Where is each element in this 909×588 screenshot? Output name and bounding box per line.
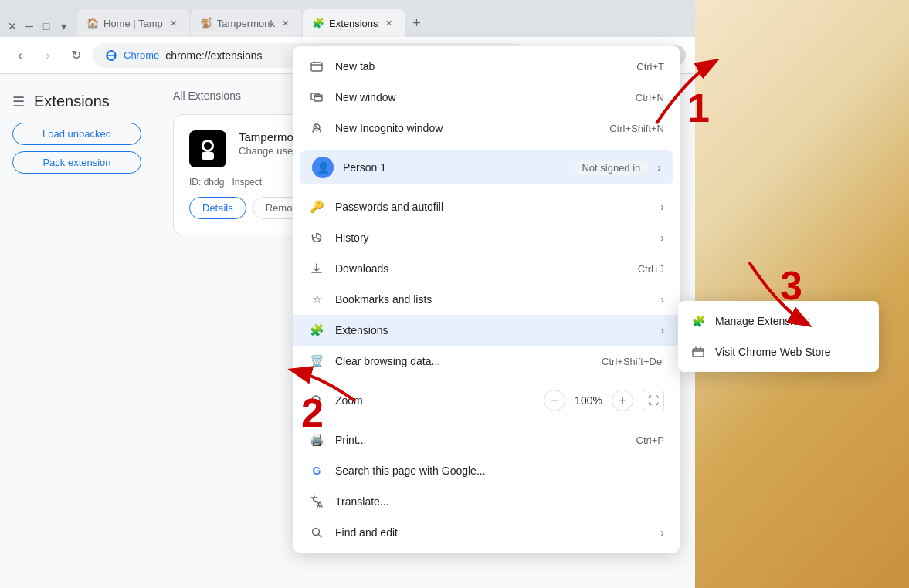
maximize-window-button[interactable]: □: [40, 20, 53, 32]
tab-bar: ✕ ─ □ ▾ 🏠 Home | Tamp ✕ 🐒 Tampermonk ✕ 🧩…: [0, 0, 695, 37]
menu-item-extensions[interactable]: 🧩 Extensions ›: [293, 315, 680, 346]
manage-extensions-icon: 🧩: [690, 313, 706, 329]
new-tab-button[interactable]: +: [406, 12, 428, 34]
google-icon: G: [309, 463, 324, 478]
menu-shortcut-print: Ctrl+P: [636, 434, 664, 446]
menu-divider-3: [293, 380, 680, 380]
tab-favicon-extensions: 🧩: [312, 17, 324, 29]
svg-rect-14: [693, 349, 704, 357]
menu-label-clear: Clear browsing data...: [335, 355, 591, 367]
menu-divider-4: [293, 421, 680, 421]
menu-item-passwords[interactable]: 🔑 Passwords and autofill ›: [293, 191, 680, 222]
site-name: Chrome: [124, 49, 159, 61]
menu-shortcut-downloads: Ctrl+J: [638, 263, 664, 275]
extension-icon-menu: 🧩: [309, 323, 324, 338]
bookmark-icon: ☆: [309, 292, 324, 307]
menu-item-incognito[interactable]: New Incognito window Ctrl+Shift+N: [293, 113, 680, 144]
submenu-item-webstore[interactable]: Visit Chrome Web Store: [678, 336, 879, 367]
extension-icon: [189, 130, 226, 167]
history-arrow-icon: ›: [660, 231, 664, 244]
close-window-button[interactable]: ✕: [6, 20, 19, 32]
zoom-fullscreen-button[interactable]: ⛶: [643, 390, 664, 411]
menu-item-translate[interactable]: Translate...: [293, 486, 680, 517]
menu-label-print: Print...: [335, 434, 626, 446]
tab-label-home: Home | Tamp: [103, 18, 163, 29]
menu-label-translate: Translate...: [335, 495, 664, 508]
sidebar-buttons: Load unpacked Pack extension: [0, 123, 154, 186]
search-tabs-button[interactable]: ▾: [57, 20, 70, 32]
manage-extensions-label: Manage Extensions: [715, 315, 810, 327]
extension-id: ID: dhdg: [189, 177, 224, 188]
tab-close-tampermonkey[interactable]: ✕: [280, 17, 292, 29]
menu-item-history[interactable]: History ›: [293, 222, 680, 253]
sidebar-header: ☰ Extensions: [0, 86, 154, 123]
tab-extensions[interactable]: 🧩 Extensions ✕: [303, 9, 405, 37]
person-status: Not signed in: [574, 161, 648, 175]
svg-point-11: [314, 124, 320, 130]
key-icon: 🔑: [309, 199, 324, 215]
pack-extension-button[interactable]: Pack extension: [12, 151, 141, 174]
download-icon: [309, 261, 324, 276]
extensions-submenu: 🧩 Manage Extensions Visit Chrome Web Sto…: [678, 301, 879, 372]
menu-shortcut-clear: Ctrl+Shift+Del: [602, 356, 664, 367]
minimize-window-button[interactable]: ─: [23, 20, 36, 32]
menu-divider-1: [293, 147, 680, 147]
menu-item-new-tab[interactable]: New tab Ctrl+T: [293, 51, 680, 82]
tab-label-tampermonkey: Tampermonk: [217, 18, 275, 29]
person-arrow-icon: ›: [657, 161, 661, 174]
menu-label-new-window: New window: [335, 91, 625, 103]
incognito-icon: [309, 120, 324, 136]
tab-close-home[interactable]: ✕: [168, 17, 180, 29]
person-info: Person 1: [343, 161, 565, 174]
menu-item-new-window[interactable]: New window Ctrl+N: [293, 82, 680, 113]
tab-close-extensions[interactable]: ✕: [383, 17, 395, 29]
find-icon: [309, 525, 324, 540]
person-name: Person 1: [343, 161, 386, 174]
submenu-item-manage[interactable]: 🧩 Manage Extensions: [678, 306, 879, 336]
back-button[interactable]: ‹: [9, 45, 31, 66]
tab-tampermonkey[interactable]: 🐒 Tampermonk ✕: [191, 9, 301, 37]
menu-item-downloads[interactable]: Downloads Ctrl+J: [293, 253, 680, 284]
passwords-arrow-icon: ›: [660, 201, 664, 213]
forward-button[interactable]: ›: [37, 45, 59, 66]
menu-label-find: Find and edit: [335, 526, 650, 539]
menu-label-zoom: Zoom: [335, 394, 533, 407]
reload-button[interactable]: ↻: [65, 45, 86, 66]
menu-item-person[interactable]: 👤 Person 1 Not signed in ›: [300, 150, 673, 184]
menu-shortcut-new-tab: Ctrl+T: [636, 61, 664, 73]
person-avatar-icon: 👤: [312, 157, 334, 178]
bookmarks-arrow-icon: ›: [660, 293, 664, 306]
menu-item-print[interactable]: 🖨️ Print... Ctrl+P: [293, 424, 680, 455]
zoom-in-button[interactable]: +: [612, 390, 633, 411]
svg-rect-8: [311, 63, 322, 71]
tab-label-extensions: Extensions: [329, 18, 378, 29]
menu-item-clear[interactable]: 🗑️ Clear browsing data... Ctrl+Shift+Del: [293, 346, 680, 377]
details-button[interactable]: Details: [189, 197, 246, 219]
tab-favicon-home: 🏠: [86, 17, 99, 29]
window-controls: ✕ ─ □ ▾: [6, 20, 76, 37]
zoom-out-button[interactable]: −: [544, 390, 565, 411]
zoom-icon: [309, 393, 324, 408]
load-unpacked-button[interactable]: Load unpacked: [12, 123, 141, 145]
webstore-icon: [690, 344, 706, 360]
tab-home[interactable]: 🏠 Home | Tamp ✕: [77, 9, 189, 37]
zoom-value: 100%: [572, 394, 605, 407]
zoom-control: − 100% + ⛶: [544, 390, 664, 411]
menu-shortcut-new-window: Ctrl+N: [636, 92, 664, 103]
menu-item-bookmarks[interactable]: ☆ Bookmarks and lists ›: [293, 284, 680, 315]
history-icon: [309, 230, 324, 245]
sidebar-menu-icon[interactable]: ☰: [12, 93, 25, 110]
menu-item-search[interactable]: G Search this page with Google...: [293, 455, 680, 486]
extensions-arrow-icon: ›: [660, 324, 664, 336]
menu-item-find[interactable]: Find and edit ›: [293, 517, 680, 548]
find-arrow-icon: ›: [660, 526, 664, 539]
sidebar: ☰ Extensions Load unpacked Pack extensio…: [0, 74, 154, 588]
menu-label-extensions: Extensions: [335, 324, 650, 336]
site-icon: [105, 49, 117, 62]
sidebar-title: Extensions: [34, 93, 110, 110]
new-tab-icon: [309, 59, 324, 74]
menu-item-zoom: Zoom − 100% + ⛶: [293, 384, 680, 417]
menu-label-passwords: Passwords and autofill: [335, 201, 650, 213]
menu-label-bookmarks: Bookmarks and lists: [335, 293, 650, 306]
dropdown-menu: New tab Ctrl+T New window Ctrl+N New Inc…: [293, 46, 680, 553]
